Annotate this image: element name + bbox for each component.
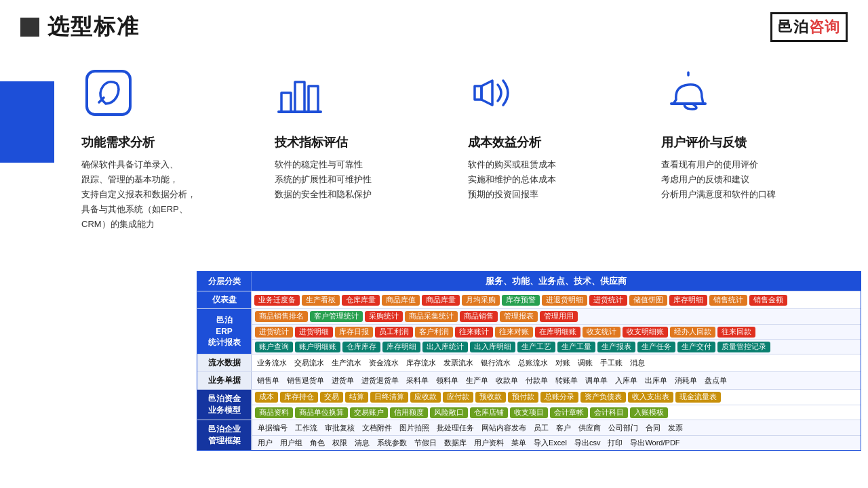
table-tag: 生产流水 (329, 357, 364, 369)
svg-rect-6 (475, 86, 481, 100)
table-tag: 收款单 (493, 375, 521, 386)
table-tag: 销售金额 (749, 295, 787, 306)
sub-row: 用户用户组角色权限清息系统参数节假日数据库用户资料菜单导入Excel导出csv打… (252, 435, 861, 450)
table-tag: 菜单 (509, 437, 529, 449)
page-title: 选型标准 (47, 12, 140, 42)
table-tag: 客户管理统计 (310, 311, 363, 322)
row-cells: 业务流水交易流水生产流水资金流水库存流水发票流水银行流水总账流水对账调账手工账消… (252, 354, 861, 371)
table-tag: 往来回款 (717, 327, 755, 338)
table-tag: 合同 (643, 422, 663, 434)
table-tag: 出库单 (642, 375, 670, 386)
table-tag: 风险敞口 (430, 407, 468, 418)
table-tag: 总账分录 (540, 392, 578, 403)
table-tag: 权限 (330, 437, 350, 449)
table-tag: 现金流量表 (675, 392, 721, 403)
table-tag: 质量管控记录 (717, 342, 770, 352)
table-tag: 生产看板 (302, 295, 340, 306)
table-tag: 仓库库存 (342, 342, 380, 352)
table-tag: 系统参数 (374, 437, 410, 449)
table-tag: 用户资料 (471, 437, 507, 449)
table-tag: 供应商 (576, 422, 604, 434)
col1-title: 功能需求分析 (81, 134, 254, 150)
table-tag: 信用额度 (390, 407, 428, 418)
header: 选型标准 邑泊 咨询 (0, 0, 868, 49)
table-tag: 入库单 (612, 375, 640, 386)
table-tag: 销售单 (254, 375, 282, 386)
table-tag: 进退货明细 (542, 295, 587, 306)
table-tag: 客户 (553, 422, 574, 434)
table-tag: 生产交付 (677, 342, 715, 352)
col3-text: 软件的购买或租赁成本实施和维护的总体成本预期的投资回报率 (468, 157, 641, 202)
table-body: 仪表盘业务迁度备生产看板仓库库量商品库值商品库量月均采购库存预警进退货明细进货统… (197, 291, 861, 450)
table-tag: 商品单位换算 (295, 407, 348, 418)
table-tag: 图片拍照 (397, 422, 432, 434)
table-header-left: 分层分类 (197, 272, 252, 291)
row-label: 流水数据 (197, 354, 252, 371)
table-tag: 仓库店铺 (470, 407, 508, 418)
table-tag: 交易 (320, 392, 343, 403)
table-tag: 发票流水 (441, 357, 476, 369)
table-tag: 管理用用 (540, 311, 578, 322)
table-tag: 生产任务 (637, 342, 675, 352)
table-tag: 月均采购 (462, 295, 500, 306)
table-tag: 库存流水 (403, 357, 439, 369)
table-tag: 商品采集统计 (405, 311, 458, 322)
table-tag: 收入支出表 (628, 392, 673, 403)
col-cost: 成本效益分析 软件的购买或租赁成本实施和维护的总体成本预期的投资回报率 (461, 62, 654, 232)
table-tag: 生产工艺 (517, 342, 555, 352)
table-tag: 工作流 (292, 422, 320, 434)
table-tag: 客户利润 (415, 327, 453, 338)
table-tag: 日终清算 (370, 392, 408, 403)
table-tag: 预付款 (508, 392, 538, 403)
table-tag: 生产工量 (557, 342, 595, 352)
table-tag: 管理报表 (500, 311, 538, 322)
table-tag: 员工 (531, 422, 551, 434)
row-cells: 业务迁度备生产看板仓库库量商品库值商品库量月均采购库存预警进退货明细进货统计储值… (252, 291, 861, 308)
sub-row: 商品资料商品单位换算交易账户信用额度风险敞口仓库店铺收支项目会计章帐会计科目入账… (252, 405, 861, 420)
table-tag: 导入Excel (531, 437, 570, 449)
sub-row: 账户查询账户明细账仓库库存库存明细出入库统计出入库明细生产工艺生产工量生产报表生… (252, 339, 861, 354)
row-cells: 销售单销售退货单进货单进货退货单采料单领料单生产单收款单付款单转账单调单单入库单… (252, 372, 861, 389)
svg-rect-3 (295, 82, 304, 112)
col-user: 用户评价与反馈 查看现有用户的使用评价考虑用户的反馈和建议分析用户满意度和软件的… (654, 62, 848, 232)
table-tag: 商品库量 (422, 295, 460, 306)
header-square-icon (20, 18, 39, 37)
table-tag: 审批复核 (322, 422, 357, 434)
table-tag: 员工利润 (375, 327, 413, 338)
table-tag: 网站内容发布 (479, 422, 529, 434)
table-tag: 收支明细账 (623, 327, 668, 338)
table-row: 邑泊资金 业务模型成本库存持仓交易结算日终清算应收款应付款预收款预付款总账分录资… (197, 389, 861, 420)
table-tag: 交易流水 (292, 357, 327, 369)
table-tag: 对账 (553, 357, 573, 369)
table-tag: 成本 (255, 392, 278, 403)
table-tag: 库存预警 (502, 295, 540, 306)
sub-rows: 成本库存持仓交易结算日终清算应收款应付款预收款预付款总账分录资产负债表收入支出表… (252, 390, 861, 420)
table-row: 业务单据销售单销售退货单进货单进货退货单采料单领料单生产单收款单付款单转账单调单… (197, 371, 861, 389)
table-row: 邑泊 ERP 统计报表商品销售排名客户管理统计采购统计商品采集统计商品销售管理报… (197, 308, 861, 354)
table-tag: 导出Word/PDF (627, 437, 682, 449)
table-tag: 节假日 (412, 437, 439, 449)
logo-text1: 邑泊 (778, 17, 809, 37)
table-header-right: 服务、功能、业务点、技术、供应商 (252, 272, 861, 291)
svg-rect-4 (309, 86, 318, 112)
table-tag: 用户组 (277, 437, 305, 449)
table-tag: 库存明细 (669, 295, 707, 306)
col3-title: 成本效益分析 (468, 134, 641, 150)
table-tag: 文档附件 (359, 422, 395, 434)
sub-row: 单据编号工作流审批复核文档附件图片拍照批处理任务网站内容发布员工客户供应商公司部… (252, 420, 861, 435)
table-header: 分层分类 服务、功能、业务点、技术、供应商 (197, 272, 861, 291)
table-tag: 单据编号 (255, 422, 290, 434)
table-tag: 出入库统计 (422, 342, 468, 352)
svg-rect-2 (281, 93, 291, 112)
table-tag: 结算 (345, 392, 368, 403)
table-tag: 交易账户 (350, 407, 388, 418)
table-tag: 商品库值 (382, 295, 420, 306)
table-tag: 消息 (627, 357, 648, 369)
table-tag: 发票 (665, 422, 686, 434)
col4-text: 查看现有用户的使用评价考虑用户的反馈和建议分析用户满意度和软件的口碑 (661, 157, 834, 202)
table-tag: 进货单 (329, 375, 357, 386)
table-tag: 库存持仓 (280, 392, 318, 403)
main-content: 功能需求分析 确保软件具备订单录入、跟踪、管理的基本功能，支持自定义报表和数据分… (0, 49, 868, 232)
table-tag: 手工账 (597, 357, 625, 369)
row-label: 业务单据 (197, 372, 252, 389)
